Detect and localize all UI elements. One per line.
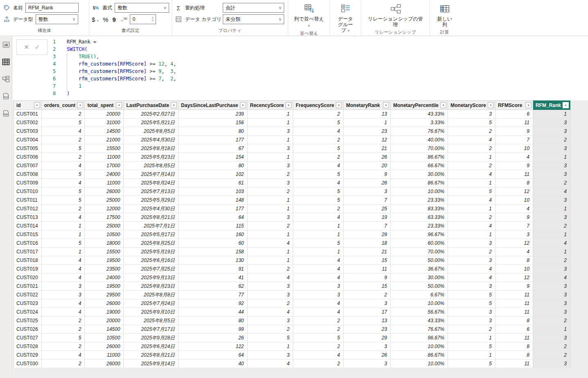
table-cell[interactable]: 1 [293,222,344,230]
table-cell[interactable]: 2 [41,317,85,325]
table-cell[interactable]: 3 [247,282,293,291]
table-cell[interactable]: 26 [344,351,391,360]
table-cell[interactable]: 3 [495,230,533,239]
filter-dropdown-icon[interactable]: ▼ [285,102,292,108]
table-cell[interactable]: 5 [293,196,344,205]
table-cell[interactable]: 43.33% [391,317,448,325]
table-cell[interactable]: 2 [533,136,570,144]
table-cell[interactable]: 3 [247,351,293,360]
table-cell[interactable]: 60.00% [391,239,448,248]
dax-query-view-icon[interactable]: DAX [2,92,10,100]
table-cell[interactable]: 10.00% [391,360,448,368]
table-cell[interactable]: 2 [293,153,344,162]
column-header-RFMScore[interactable]: RFMScore▼ [495,101,533,110]
table-cell[interactable]: 3 [247,127,293,136]
column-header-RFM_Rank[interactable]: RFM_Rank▼ [533,101,570,110]
table-cell[interactable]: 1 [247,110,293,118]
table-cell[interactable]: 11 [495,360,533,368]
table-cell[interactable]: 83.33% [391,205,448,213]
table-cell[interactable]: 11000 [85,153,124,162]
table-cell[interactable]: 10500 [85,334,124,342]
table-cell[interactable]: 4 [41,179,85,187]
table-cell[interactable]: 23 [344,325,391,334]
category-dropdown[interactable]: 未分類˅ [223,14,284,24]
filter-dropdown-icon[interactable]: ▼ [336,102,342,108]
table-cell[interactable]: 5 [293,239,344,248]
table-cell[interactable]: 3 [41,291,85,299]
table-cell[interactable]: 3 [533,213,570,222]
table-cell[interactable]: 1 [247,256,293,265]
table-cell[interactable]: 2025年8月21日 [124,351,179,360]
table-cell[interactable]: 11 [495,334,533,342]
table-cell[interactable]: 3 [533,162,570,170]
table-cell[interactable]: 2 [533,256,570,265]
table-cell[interactable]: 3 [533,360,570,368]
table-cell[interactable]: 12000 [85,205,124,213]
table-cell[interactable]: 24000 [85,273,124,282]
table-cell[interactable]: 2025年8月5日 [124,162,179,170]
table-cell[interactable]: CUST017 [14,248,42,256]
table-cell[interactable]: 2 [293,360,344,368]
table-cell[interactable]: 1 [293,248,344,256]
table-cell[interactable]: 4 [495,205,533,213]
table-cell[interactable]: 4 [293,265,344,273]
table-cell[interactable]: 1 [448,334,495,342]
table-cell[interactable]: 64 [179,213,247,222]
table-cell[interactable]: 20000 [85,110,124,118]
table-cell[interactable]: 3 [448,317,495,325]
table-cell[interactable]: 23500 [85,265,124,273]
table-cell[interactable]: 19 [344,213,391,222]
filter-dropdown-icon[interactable]: ▼ [563,102,569,108]
table-cell[interactable]: 4 [293,256,344,265]
currency-button[interactable]: $ ˅ [92,16,99,23]
table-cell[interactable]: 24000 [85,170,124,179]
table-cell[interactable]: 8 [495,351,533,360]
table-cell[interactable]: 11 [495,299,533,308]
format-dropdown[interactable]: 整数˅ [115,3,169,13]
table-cell[interactable]: CUST001 [14,110,42,118]
table-cell[interactable]: 5 [448,299,495,308]
table-cell[interactable]: 3 [533,299,570,308]
table-cell[interactable]: 3 [247,291,293,299]
table-cell[interactable]: 26000 [85,342,124,351]
table-cell[interactable]: 1 [247,230,293,239]
table-cell[interactable]: 80 [179,127,247,136]
table-cell[interactable]: 14500 [85,325,124,334]
table-cell[interactable]: 25000 [85,222,124,230]
report-view-icon[interactable] [2,41,10,49]
table-cell[interactable]: CUST027 [14,334,42,342]
table-cell[interactable]: 2 [247,170,293,179]
table-cell[interactable]: 3 [344,360,391,368]
table-cell[interactable]: 29500 [85,291,124,299]
table-cell[interactable]: 10500 [85,230,124,239]
table-cell[interactable]: 2 [293,325,344,334]
table-cell[interactable]: 64 [179,351,247,360]
table-cell[interactable]: 9 [495,162,533,170]
formula-line[interactable]: 2SWITCH( [50,46,588,53]
manage-relationships-button[interactable]: リレーションシップの管理 [364,2,427,28]
table-cell[interactable]: 3 [344,299,391,308]
filter-dropdown-icon[interactable]: ▼ [440,102,446,108]
table-cell[interactable]: CUST024 [14,308,42,317]
table-cell[interactable]: 66.67% [391,162,448,170]
table-cell[interactable]: CUST018 [14,256,42,265]
filter-dropdown-icon[interactable]: ▼ [171,102,177,108]
table-cell[interactable]: 1 [247,248,293,256]
table-cell[interactable]: 44 [179,308,247,317]
table-cell[interactable]: 130 [179,256,247,265]
table-cell[interactable]: 1 [344,118,391,127]
table-cell[interactable]: 3 [533,118,570,127]
table-cell[interactable]: 1 [533,230,570,239]
table-cell[interactable]: 156 [179,118,247,127]
table-cell[interactable]: 5 [293,170,344,179]
table-cell[interactable]: 4 [41,162,85,170]
table-cell[interactable]: 2025年5月23日 [124,153,179,162]
table-cell[interactable]: 4 [448,222,495,230]
table-cell[interactable]: 3 [533,282,570,291]
table-cell[interactable]: 96.67% [391,230,448,239]
column-header-RecencyScore[interactable]: RecencyScore▼ [247,101,293,110]
table-cell[interactable]: 5 [41,187,85,196]
table-cell[interactable]: 8 [495,179,533,187]
table-cell[interactable]: 50.00% [391,256,448,265]
table-cell[interactable]: 50.00% [391,282,448,291]
